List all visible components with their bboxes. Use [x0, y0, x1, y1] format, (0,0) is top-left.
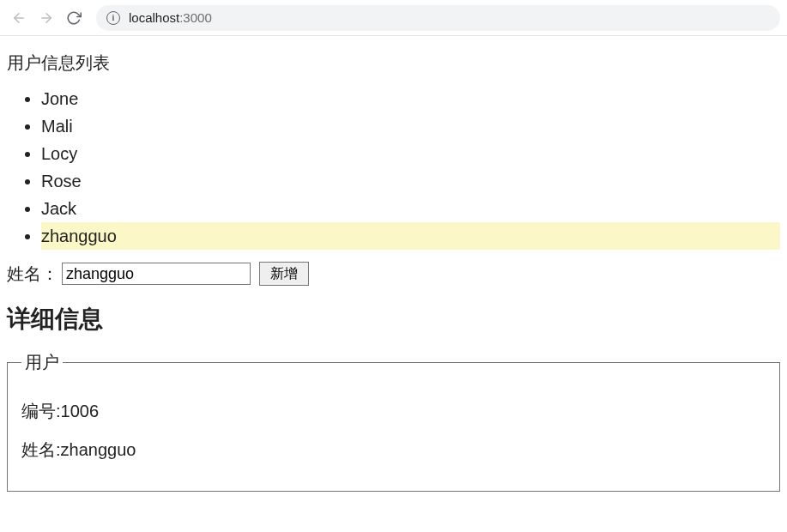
detail-name-label: 姓名: [21, 440, 61, 459]
back-button[interactable] [7, 6, 31, 30]
detail-name: 姓名:zhangguo [21, 438, 766, 462]
reload-icon [66, 10, 82, 26]
list-title: 用户信息列表 [7, 51, 780, 75]
list-item[interactable]: zhangguo [41, 222, 780, 250]
url-port: :3000 [179, 10, 212, 25]
page-content: 用户信息列表 JoneMaliLocyRoseJackzhangguo 姓名： … [0, 36, 787, 509]
detail-id: 编号:1006 [21, 400, 766, 423]
list-item[interactable]: Locy [41, 140, 780, 167]
detail-name-value: zhangguo [61, 440, 136, 459]
detail-fieldset: 用户 编号:1006 姓名:zhangguo [7, 351, 780, 492]
address-bar[interactable]: i localhost:3000 [96, 5, 780, 31]
browser-toolbar: i localhost:3000 [0, 0, 787, 36]
detail-heading: 详细信息 [7, 303, 780, 336]
name-input-label: 姓名： [7, 263, 58, 286]
detail-id-label: 编号: [21, 402, 61, 420]
list-item[interactable]: Mali [41, 112, 780, 140]
arrow-right-icon [39, 10, 54, 26]
reload-button[interactable] [62, 6, 86, 30]
add-user-form: 姓名： 新增 [7, 262, 780, 286]
detail-id-value: 1006 [61, 402, 100, 420]
list-item[interactable]: Rose [41, 167, 780, 195]
site-info-icon[interactable]: i [106, 11, 120, 25]
list-item[interactable]: Jone [41, 85, 780, 112]
add-button[interactable]: 新增 [259, 262, 309, 286]
url-host: localhost [129, 10, 179, 25]
name-input[interactable] [62, 263, 251, 285]
detail-legend: 用户 [21, 351, 63, 374]
list-item[interactable]: Jack [41, 195, 780, 222]
forward-button[interactable] [34, 6, 58, 30]
user-list: JoneMaliLocyRoseJackzhangguo [7, 85, 780, 250]
arrow-left-icon [11, 10, 27, 26]
